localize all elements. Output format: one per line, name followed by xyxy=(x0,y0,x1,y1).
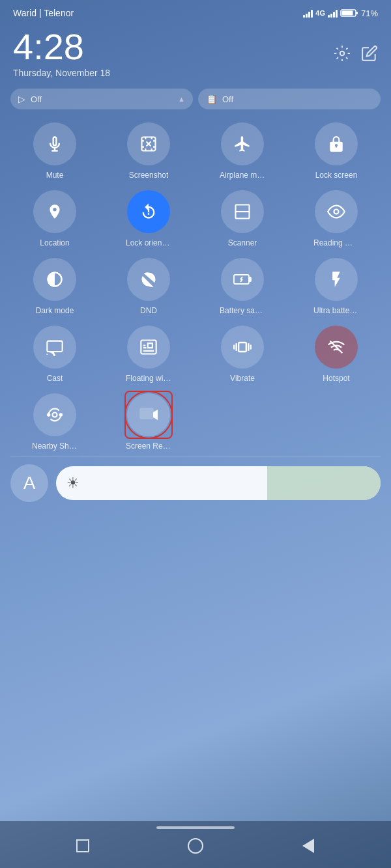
status-bar: Warid | Telenor 4G 71% xyxy=(0,0,391,23)
hotspot-button[interactable] xyxy=(315,326,358,369)
grid-item-readingmode: Reading mode xyxy=(292,190,381,247)
ultrabattery-button[interactable] xyxy=(315,258,358,301)
battery-icon xyxy=(340,8,358,18)
bar4 xyxy=(311,10,313,18)
grid-item-hotspot: Hotspot xyxy=(292,326,381,383)
edit-icon[interactable] xyxy=(361,45,378,62)
quick-pill-2[interactable]: 📋 Off xyxy=(198,89,381,109)
lockscreen-label: Lock screen xyxy=(315,171,358,180)
status-icons: 4G 71% xyxy=(303,8,378,18)
grid-item-ultrabattery: Ultra battery s xyxy=(292,258,381,315)
svg-rect-14 xyxy=(47,341,62,352)
cast-button[interactable] xyxy=(33,326,76,369)
svg-rect-15 xyxy=(141,341,156,354)
hotspot-icon xyxy=(327,338,345,356)
vibrate-button[interactable] xyxy=(221,326,264,369)
batterysaver-button[interactable] xyxy=(221,258,264,301)
grid-item-floating: Floating windo xyxy=(104,326,193,383)
bar8 xyxy=(336,10,338,18)
grid-item-vibrate: Vibrate xyxy=(198,326,287,383)
grid-item-location: Location xyxy=(10,190,99,247)
mute-button[interactable] xyxy=(33,122,76,165)
svg-rect-10 xyxy=(249,277,251,281)
floating-window-icon xyxy=(139,338,158,356)
clock-area: 4:28 Thursday, November 18 xyxy=(0,23,391,89)
eye-icon xyxy=(327,203,345,221)
grid-item-screenshot: Screenshot xyxy=(104,122,193,180)
screenshot-button[interactable] xyxy=(127,122,170,165)
location-button[interactable] xyxy=(33,190,76,233)
nearbyshare-button[interactable] xyxy=(33,393,76,436)
grid-item-nearbyshare: Nearby Share xyxy=(10,393,99,451)
screenrecord-button[interactable] xyxy=(127,393,170,436)
location-label: Location xyxy=(40,238,69,247)
brightness-fill xyxy=(267,466,381,500)
bar5 xyxy=(328,15,330,18)
grid-item-lockscreen: Lock screen xyxy=(292,122,381,180)
darkmode-button[interactable] xyxy=(33,258,76,301)
ultrabattery-label: Ultra battery s xyxy=(313,306,359,315)
cast-icon xyxy=(46,338,64,356)
bottom-section: A ☀ xyxy=(0,456,391,507)
vibrate-label: Vibrate xyxy=(230,374,255,383)
brightness-slider[interactable]: ☀ xyxy=(56,466,381,500)
bar2 xyxy=(306,14,308,18)
grid-item-darkmode: Dark mode xyxy=(10,258,99,315)
grid-item-scanner: Scanner xyxy=(198,190,287,247)
mute-icon xyxy=(46,135,64,153)
bar1 xyxy=(303,15,305,18)
nav-home-button[interactable] xyxy=(186,837,205,855)
nav-buttons xyxy=(0,837,391,855)
lockorientation-label: Lock orientati xyxy=(126,238,171,247)
rotate-lock-icon xyxy=(139,203,158,221)
quick-pill-2-icon: 📋 xyxy=(206,94,217,104)
quick-pill-1-icon: ▷ xyxy=(18,94,25,104)
vibrate-icon xyxy=(233,338,252,356)
screenshot-label: Screenshot xyxy=(129,171,169,180)
bar7 xyxy=(333,12,335,18)
svg-point-19 xyxy=(60,413,63,416)
clock-info: 4:28 Thursday, November 18 xyxy=(13,29,110,78)
grid-item-lockorientation: Lock orientati xyxy=(104,190,193,247)
clock-time: 4:28 xyxy=(13,29,110,65)
lockorientation-button[interactable] xyxy=(127,190,170,233)
svg-rect-20 xyxy=(140,408,153,419)
recents-square-icon xyxy=(76,839,89,852)
back-triangle-icon xyxy=(302,839,314,853)
readingmode-button[interactable] xyxy=(315,190,358,233)
lockscreen-button[interactable] xyxy=(315,122,358,165)
dnd-button[interactable] xyxy=(127,258,170,301)
screen-record-icon xyxy=(139,408,158,422)
grid-item-airplane: Airplane mode xyxy=(198,122,287,180)
quick-pills-row: ▷ Off ▲ 📋 Off xyxy=(0,89,391,117)
lightning-icon xyxy=(327,270,345,288)
floating-button[interactable] xyxy=(127,326,170,369)
quick-pill-2-label: Off xyxy=(222,94,233,104)
nav-back-button[interactable] xyxy=(299,837,317,855)
grid-item-batterysaver: Battery saver xyxy=(198,258,287,315)
bar3 xyxy=(308,12,310,18)
airplane-button[interactable] xyxy=(221,122,264,165)
user-avatar[interactable]: A xyxy=(10,464,48,502)
quick-pill-1-arrow: ▲ xyxy=(178,95,185,103)
avatar-letter: A xyxy=(23,473,36,494)
darkmode-icon xyxy=(46,270,64,288)
batterysaver-label: Battery saver xyxy=(220,306,265,315)
lock-icon xyxy=(328,135,345,152)
nav-recents-button[interactable] xyxy=(74,837,92,855)
scanner-button[interactable] xyxy=(221,190,264,233)
nearby-share-icon xyxy=(46,406,64,424)
readingmode-label: Reading mode xyxy=(313,238,359,247)
settings-icon[interactable] xyxy=(334,45,351,62)
darkmode-label: Dark mode xyxy=(36,306,74,315)
clock-right-icons xyxy=(334,45,378,62)
screenshot-icon xyxy=(139,135,158,153)
scanner-label: Scanner xyxy=(228,238,257,247)
quick-pill-1[interactable]: ▷ Off ▲ xyxy=(10,89,193,109)
home-indicator xyxy=(156,826,235,829)
brightness-icon: ☀ xyxy=(66,475,80,492)
location-icon xyxy=(46,203,63,220)
svg-rect-2 xyxy=(341,11,353,16)
clock-date: Thursday, November 18 xyxy=(13,68,110,78)
carrier-text: Warid | Telenor xyxy=(13,8,74,18)
